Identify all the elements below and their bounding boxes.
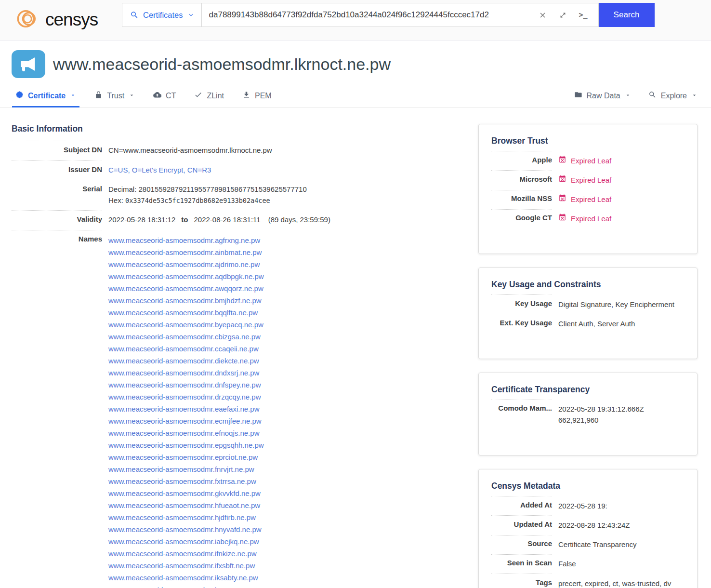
tab-label: ZLint xyxy=(207,92,224,100)
panel-row-label: Apple xyxy=(491,151,552,170)
name-link[interactable]: www.meacseorid-asmoemsodmr.efnoqjs.ne.pw xyxy=(108,427,462,439)
name-link[interactable]: www.meacseorid-asmoemsodmr.iabejkq.ne.pw xyxy=(108,535,462,548)
panel-row-value: Expired Leaf xyxy=(552,209,685,228)
tab-label: Explore xyxy=(661,92,687,100)
search-scope-label: Certificates xyxy=(143,11,183,20)
tab-zlint[interactable]: ZLint xyxy=(194,91,224,107)
panel-heading: Browser Trust xyxy=(491,136,685,146)
tabs-right: Raw DataExplore xyxy=(574,91,698,107)
name-link[interactable]: www.meacseorid-asmoemsodmr.hnyvafd.ne.pw xyxy=(108,523,462,535)
name-link[interactable]: www.meacseorid-asmoemsodmr.ajdrimo.ne.pw xyxy=(108,258,462,270)
name-link[interactable]: www.meacseorid-asmoemsodmr.awqqorz.ne.pw xyxy=(108,282,462,294)
panel-row: SourceCertificate Transparency xyxy=(491,535,685,554)
panel-row-value: 2022-05-28 19:31:12.666Z662,921,960 xyxy=(552,400,685,430)
panel-key-usage: Key Usage and ConstraintsKey UsageDigita… xyxy=(478,267,698,359)
name-link[interactable]: www.meacseorid-asmoemsodmr.bqqlfta.ne.pw xyxy=(108,307,462,319)
tab-label: Raw Data xyxy=(587,92,620,100)
panel-heading: Censys Metadata xyxy=(491,481,685,491)
panel-row-value: 2022-05-28 19: xyxy=(552,496,685,515)
expired-calendar-icon xyxy=(558,213,566,224)
issuer-dn-link[interactable]: C=US, O=Let's Encrypt, CN=R3 xyxy=(108,166,211,174)
chevron-down-icon xyxy=(691,92,698,100)
panel-certificate-transparency: Certificate TransparencyComodo Mam...202… xyxy=(478,373,698,456)
name-link[interactable]: www.meacseorid-asmoemsodmr.agfrxng.ne.pw xyxy=(108,234,462,246)
panel-row: Key UsageDigital Signature, Key Encipher… xyxy=(491,294,685,314)
panel-row-value: precert, expired, ct, was-trusted, dv xyxy=(552,574,685,588)
name-link[interactable]: www.meacseorid-asmoemsodmr.epgsqhh.ne.pw xyxy=(108,439,462,451)
name-link[interactable]: www.meacseorid-asmoemsodmr.cbizgsa.ne.pw xyxy=(108,331,462,343)
search-scope-dropdown[interactable]: Certificates xyxy=(122,3,202,27)
search-input[interactable] xyxy=(209,10,533,20)
validity-row: Validity 2022-05-28 18:31:12to2022-08-26… xyxy=(12,210,462,230)
trust-status-text: Expired Leaf xyxy=(571,155,611,166)
name-link[interactable]: www.meacseorid-asmoemsodmr.gkvvkfd.ne.pw xyxy=(108,487,462,499)
panel-row-label: Source xyxy=(491,535,552,554)
name-link[interactable]: www.meacseorid-asmoemsodmr.ifnkize.ne.pw xyxy=(108,548,462,560)
name-link[interactable]: www.meacseorid-asmoemsodmr.aqdbpgk.ne.pw xyxy=(108,270,462,282)
censys-logo[interactable]: censys xyxy=(15,6,98,33)
panel-row: Ext. Key UsageClient Auth, Server Auth xyxy=(491,314,685,333)
bullhorn-icon xyxy=(12,50,45,78)
query-syntax-terminal-icon[interactable]: >_ xyxy=(573,11,593,19)
name-link[interactable]: www.meacseorid-asmoemsodmr.dndxsrj.ne.pw xyxy=(108,367,462,379)
issuer-dn-row: Issuer DN C=US, O=Let's Encrypt, CN=R3 xyxy=(12,160,462,180)
check-icon xyxy=(194,91,202,101)
name-link[interactable]: www.meacseorid-asmoemsodmr.ifxsbft.ne.pw xyxy=(108,560,462,572)
tab-certificate[interactable]: Certificate xyxy=(15,91,76,107)
validity-label: Validity xyxy=(12,210,102,230)
panel-row: AppleExpired Leaf xyxy=(491,151,685,170)
name-link[interactable]: www.meacseorid-asmoemsodmr.bmjhdzf.ne.pw xyxy=(108,294,462,307)
tab-explore[interactable]: Explore xyxy=(648,91,698,107)
censys-logo-rings-icon xyxy=(15,6,41,33)
panel-row: Updated At2022-08-28 12:43:24Z xyxy=(491,515,685,535)
tab-trust[interactable]: Trust xyxy=(94,91,135,107)
tab-bar: CertificateTrustCTZLintPEM Raw DataExplo… xyxy=(0,91,711,107)
serial-value: Decimal: 2801559287921195577898158677515… xyxy=(102,180,462,210)
validity-to: to xyxy=(181,215,188,224)
name-link[interactable]: www.meacseorid-asmoemsodmr.diekcte.ne.pw xyxy=(108,355,462,367)
name-link[interactable]: www.meacseorid-asmoemsodmr.ainbmat.ne.pw xyxy=(108,246,462,258)
side-panels: Browser TrustAppleExpired LeafMicrosoftE… xyxy=(478,124,698,588)
name-link[interactable]: www.meacseorid-asmoemsodmr.eaefaxi.ne.pw xyxy=(108,403,462,415)
panel-heading: Key Usage and Constraints xyxy=(491,280,685,290)
panel-heading: Certificate Transparency xyxy=(491,385,685,395)
name-link[interactable]: www.meacseorid-asmoemsodmr.hfueaot.ne.pw xyxy=(108,499,462,511)
panel-browser-trust: Browser TrustAppleExpired LeafMicrosoftE… xyxy=(478,124,698,254)
expired-calendar-icon xyxy=(558,155,566,166)
tab-ct[interactable]: CT xyxy=(153,91,176,107)
search-button[interactable]: Search xyxy=(599,3,655,27)
names-label: Names xyxy=(12,230,102,588)
name-link[interactable]: www.meacseorid-asmoemsodmr.drzqcqy.ne.pw xyxy=(108,391,462,403)
validity-start: 2022-05-28 18:31:12 xyxy=(108,215,175,224)
tab-raw-data[interactable]: Raw Data xyxy=(574,91,631,107)
name-link[interactable]: www.meacseorid-asmoemsodmr.fxtrrsa.ne.pw xyxy=(108,475,462,487)
trust-status: Expired Leaf xyxy=(558,213,685,224)
name-link[interactable]: www.meacseorid-asmoemsodmr.dnfspey.ne.pw xyxy=(108,379,462,391)
seal-icon xyxy=(15,91,24,101)
tabs-left: CertificateTrustCTZLintPEM xyxy=(15,91,272,107)
expand-search-icon[interactable] xyxy=(553,11,573,19)
panel-row-value: False xyxy=(552,554,685,574)
name-link[interactable]: www.meacseorid-asmoemsodmr.ccaqeii.ne.pw xyxy=(108,343,462,355)
name-link[interactable]: www.meacseorid-asmoemsodmr.byepacq.ne.pw xyxy=(108,319,462,331)
panel-row-value: Client Auth, Server Auth xyxy=(552,314,685,333)
name-link[interactable]: www.meacseorid-asmoemsodmr.fnrvjrt.ne.pw xyxy=(108,463,462,475)
panel-row: MicrosoftExpired Leaf xyxy=(491,170,685,189)
name-link[interactable]: www.meacseorid-asmoemsodmr.ecmjfee.ne.pw xyxy=(108,415,462,427)
name-link[interactable]: www.meacseorid-asmoemsodmr.insoogx.ne.pw xyxy=(108,584,462,588)
panel-row-value: Expired Leaf xyxy=(552,190,685,209)
clear-search-icon[interactable] xyxy=(533,11,553,19)
name-link[interactable]: www.meacseorid-asmoemsodmr.eprciot.ne.pw xyxy=(108,451,462,463)
tab-label: PEM xyxy=(255,92,272,100)
name-link[interactable]: www.meacseorid-asmoemsodmr.hjdfirb.ne.pw xyxy=(108,511,462,523)
tab-pem[interactable]: PEM xyxy=(242,91,272,107)
content: Basic Information Subject DN CN=www.meac… xyxy=(0,107,711,588)
name-link[interactable]: www.meacseorid-asmoemsodmr.iksabty.ne.pw xyxy=(108,572,462,584)
validity-end: 2022-08-26 18:31:11 xyxy=(194,215,260,224)
names-row: Names www.meacseorid-asmoemsodmr.agfrxng… xyxy=(12,230,462,588)
panel-row: Added At2022-05-28 19: xyxy=(491,496,685,515)
trust-status: Expired Leaf xyxy=(558,194,685,205)
names-list: www.meacseorid-asmoemsodmr.agfrxng.ne.pw… xyxy=(102,230,462,588)
panel-row: Tagsprecert, expired, ct, was-trusted, d… xyxy=(491,574,685,588)
serial-hex: 0x3374de53c5fc1927db8682e9133b02a4cee xyxy=(125,197,270,204)
